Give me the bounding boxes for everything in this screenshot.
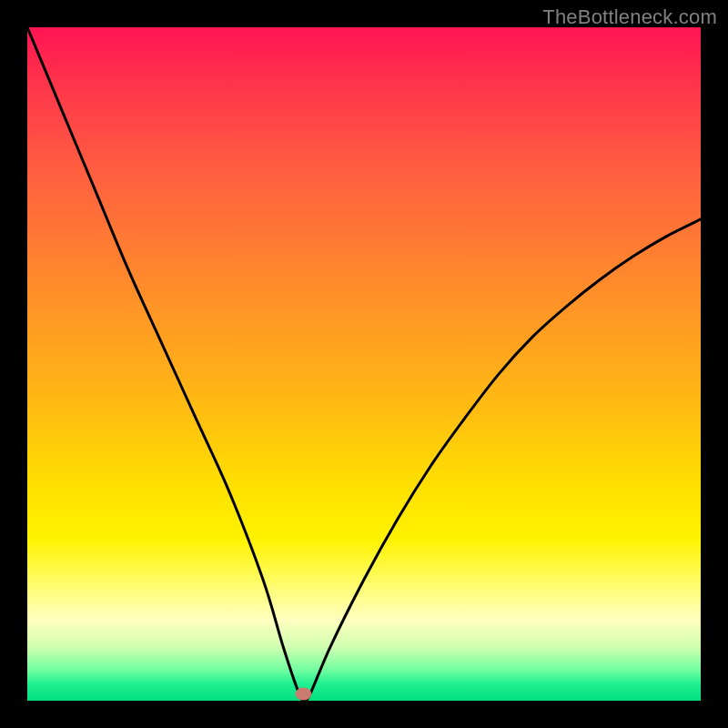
plot-area	[27, 27, 701, 701]
minimum-marker	[295, 688, 311, 701]
bottleneck-curve	[27, 27, 701, 701]
chart-frame: TheBottleneck.com	[0, 0, 728, 728]
watermark-text: TheBottleneck.com	[542, 5, 717, 29]
curve-svg	[27, 27, 701, 701]
